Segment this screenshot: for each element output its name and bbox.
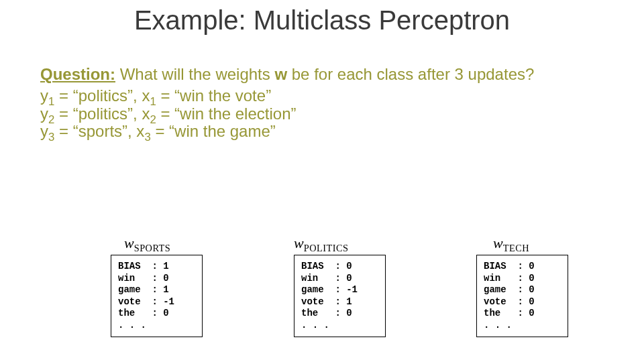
box-politics: BIAS : 0 win : 0 game : -1 vote : 1 the …: [294, 255, 386, 337]
question-line: Question: What will the weights w be for…: [40, 64, 617, 85]
question-emph-w: w: [274, 65, 287, 83]
ex3-xsub: 3: [144, 131, 150, 143]
question-label: Question:: [40, 65, 115, 83]
w-tech-sym: w: [493, 235, 503, 251]
ex3-ysub: 3: [48, 131, 54, 143]
w-tech-sub: TECH: [503, 243, 529, 253]
ex1-mid: = “politics”, x: [54, 86, 150, 105]
box-tech: BIAS : 0 win : 0 game : 0 vote : 0 the :…: [476, 255, 568, 337]
ex3-mid: = “sports”, x: [54, 122, 144, 140]
ex1-y: y: [40, 86, 48, 105]
ex2-y: y: [40, 105, 48, 123]
question-text-1: What will the weights: [115, 65, 274, 83]
slide-title: Example: Multiclass Perceptron: [0, 5, 644, 36]
ex3-tail: = “win the game”: [151, 122, 276, 140]
slide-body: Question: What will the weights w be for…: [40, 64, 617, 145]
box-sports: BIAS : 1 win : 0 game : 1 vote : -1 the …: [111, 255, 203, 337]
w-politics-sym: w: [294, 235, 304, 251]
w-sports-label: wSPORTS: [124, 235, 170, 254]
w-politics-label: wPOLITICS: [294, 235, 348, 254]
ex2-mid: = “politics”, x: [54, 105, 150, 123]
ex3-y: y: [40, 122, 48, 140]
ex2-tail: = “win the election”: [156, 105, 297, 123]
ex1-tail: = “win the vote”: [156, 86, 271, 105]
w-politics-sub: POLITICS: [304, 243, 349, 253]
question-text-2: be for each class after 3 updates?: [287, 65, 534, 83]
w-tech-label: wTECH: [493, 235, 529, 254]
w-sports-sym: w: [124, 235, 134, 251]
example-3: y3 = “sports”, x3 = “win the game”: [40, 121, 617, 145]
w-sports-sub: SPORTS: [134, 243, 171, 253]
